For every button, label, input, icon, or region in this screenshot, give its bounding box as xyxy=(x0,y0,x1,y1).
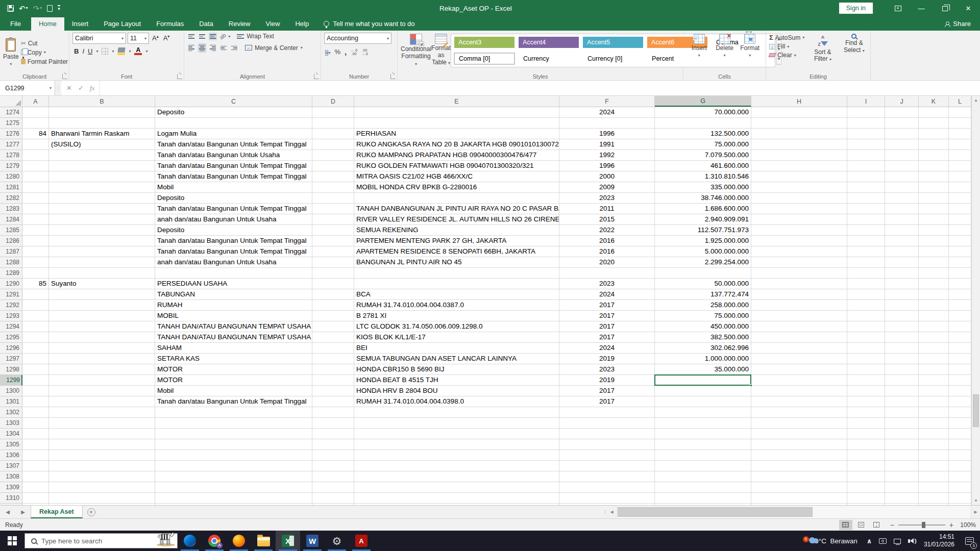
cell-K1305[interactable] xyxy=(919,439,949,450)
cell-E1300[interactable]: HONDA HRV B 2804 BOU xyxy=(354,386,559,396)
cell-L1290[interactable] xyxy=(949,279,971,289)
ribbon-tab-formulas[interactable]: Formulas xyxy=(149,17,191,31)
cell-F1299[interactable]: 2019 xyxy=(559,375,655,386)
cell-K1308[interactable] xyxy=(919,471,949,482)
cell-E1301[interactable]: RUMAH 31.74.010.004.004.0398.0 xyxy=(354,396,559,407)
orientation-icon[interactable]: ab xyxy=(218,32,227,41)
cell-D1296[interactable] xyxy=(312,343,354,354)
column-header-A[interactable]: A xyxy=(22,96,49,107)
row-header-1295[interactable]: 1295 xyxy=(0,332,22,343)
decrease-font-size-button[interactable]: A▾ xyxy=(162,34,172,42)
ribbon-display-options-icon[interactable]: ▴ xyxy=(886,0,910,16)
row-header-1284[interactable]: 1284 xyxy=(0,214,22,225)
cell-F1291[interactable]: 2024 xyxy=(559,289,655,300)
cell-C1275[interactable] xyxy=(155,118,312,129)
row-header-1294[interactable]: 1294 xyxy=(0,321,22,332)
cell-C1301[interactable]: Tanah dan/atau Bangunan Untuk Tempat Tin… xyxy=(155,396,312,407)
taskbar-firefox[interactable] xyxy=(227,531,251,551)
cell-F1289[interactable] xyxy=(559,268,655,279)
cell-I1284[interactable] xyxy=(847,214,885,225)
top-align-button[interactable] xyxy=(187,33,195,40)
meet-now-icon[interactable] xyxy=(879,538,887,544)
cell-A1311[interactable] xyxy=(22,504,49,505)
row-header-1310[interactable]: 1310 xyxy=(0,493,22,504)
cell-E1311[interactable] xyxy=(354,504,559,505)
cell-D1302[interactable] xyxy=(312,407,354,418)
font-name-select[interactable]: Calibri▾ xyxy=(72,33,126,44)
cell-B1296[interactable] xyxy=(49,343,155,354)
cell-D1287[interactable] xyxy=(312,246,354,257)
taskbar-edge[interactable] xyxy=(178,531,202,551)
style-chip-accent4[interactable]: Accent4 xyxy=(519,37,579,48)
cell-B1288[interactable] xyxy=(49,257,155,268)
cell-C1297[interactable]: SETARA KAS xyxy=(155,354,312,364)
cell-J1274[interactable] xyxy=(885,107,919,118)
cell-F1283[interactable]: 2011 xyxy=(559,204,655,214)
cell-C1285[interactable]: Deposito xyxy=(155,225,312,236)
cell-L1300[interactable] xyxy=(949,386,971,396)
cell-L1277[interactable] xyxy=(949,139,971,150)
cell-J1283[interactable] xyxy=(885,204,919,214)
cell-C1276[interactable]: Logam Mulia xyxy=(155,129,312,139)
row-header-1287[interactable]: 1287 xyxy=(0,246,22,257)
cell-D1298[interactable] xyxy=(312,364,354,375)
cell-E1276[interactable]: PERHIASAN xyxy=(354,129,559,139)
cell-B1285[interactable] xyxy=(49,225,155,236)
cell-J1286[interactable] xyxy=(885,236,919,246)
cell-C1278[interactable]: Tanah dan/atau Bangunan Untuk Usaha xyxy=(155,150,312,161)
cell-E1297[interactable]: SEMUA TABUNGAN DAN ASET LANCAR LAINNYA xyxy=(354,354,559,364)
cell-I1295[interactable] xyxy=(847,332,885,343)
notification-center-button[interactable]: 3 xyxy=(959,531,980,551)
cell-K1302[interactable] xyxy=(919,407,949,418)
cell-B1275[interactable] xyxy=(49,118,155,129)
cell-F1310[interactable] xyxy=(559,493,655,504)
column-header-E[interactable]: E xyxy=(354,96,559,107)
wrap-text-button[interactable]: Wrap Text xyxy=(237,33,274,40)
zoom-slider-thumb[interactable] xyxy=(922,522,925,528)
row-header-1275[interactable]: 1275 xyxy=(0,118,22,129)
zoom-in-icon[interactable]: + xyxy=(949,521,953,529)
cell-E1298[interactable]: HONDA CBR150 B 5690 BIJ xyxy=(354,364,559,375)
cell-K1294[interactable] xyxy=(919,321,949,332)
page-break-view-button[interactable] xyxy=(870,520,883,530)
cell-F1293[interactable]: 2017 xyxy=(559,311,655,321)
cell-C1294[interactable]: TANAH DAN/ATAU BANGUNAN TEMPAT USAHA xyxy=(155,321,312,332)
zoom-level[interactable]: 100% xyxy=(959,521,980,529)
cell-A1310[interactable] xyxy=(22,493,49,504)
cell-K1278[interactable] xyxy=(919,150,949,161)
select-all-corner[interactable] xyxy=(0,96,22,107)
cell-C1291[interactable]: TABUNGAN xyxy=(155,289,312,300)
cell-E1289[interactable] xyxy=(354,268,559,279)
bold-button[interactable]: B xyxy=(74,47,79,55)
cell-D1309[interactable] xyxy=(312,482,354,493)
row-header-1300[interactable]: 1300 xyxy=(0,386,22,396)
cell-D1294[interactable] xyxy=(312,321,354,332)
cell-H1304[interactable] xyxy=(751,429,847,439)
undo-icon[interactable]: ↶▾ xyxy=(19,5,28,12)
cell-C1280[interactable]: Tanah dan/atau Bangunan Untuk Tempat Tin… xyxy=(155,171,312,182)
scroll-left-icon[interactable]: ◀ xyxy=(607,510,616,514)
cell-F1305[interactable] xyxy=(559,439,655,450)
cell-B1308[interactable] xyxy=(49,471,155,482)
cell-A1286[interactable] xyxy=(22,236,49,246)
cell-H1275[interactable] xyxy=(751,118,847,129)
cell-L1291[interactable] xyxy=(949,289,971,300)
cell-I1297[interactable] xyxy=(847,354,885,364)
cell-H1279[interactable] xyxy=(751,161,847,171)
cell-B1293[interactable] xyxy=(49,311,155,321)
ribbon-tab-page-layout[interactable]: Page Layout xyxy=(96,17,149,31)
cell-L1278[interactable] xyxy=(949,150,971,161)
cell-L1310[interactable] xyxy=(949,493,971,504)
cell-H1303[interactable] xyxy=(751,418,847,429)
column-header-C[interactable]: C xyxy=(155,96,312,107)
cell-F1281[interactable]: 2009 xyxy=(559,182,655,193)
cell-A1289[interactable] xyxy=(22,268,49,279)
horizontal-scroll-thumb[interactable] xyxy=(618,507,813,517)
cell-L1285[interactable] xyxy=(949,225,971,236)
cell-E1293[interactable]: B 2781 XI xyxy=(354,311,559,321)
horizontal-scrollbar[interactable]: ◀ ▶ xyxy=(607,506,980,518)
cell-I1282[interactable] xyxy=(847,193,885,204)
borders-caret-icon[interactable]: ▾ xyxy=(112,49,114,54)
cell-C1296[interactable]: SAHAM xyxy=(155,343,312,354)
cell-K1285[interactable] xyxy=(919,225,949,236)
